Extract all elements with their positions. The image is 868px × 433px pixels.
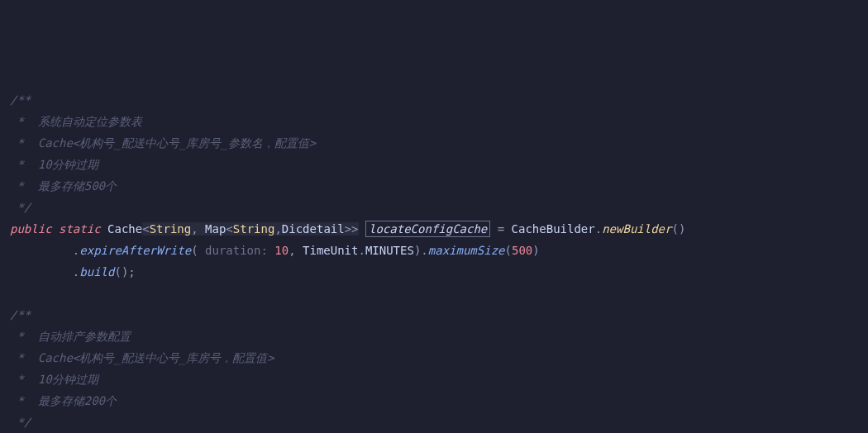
- type-dicdetail: Dicdetail: [282, 222, 345, 236]
- code-editor[interactable]: /** * 系统自动定位参数表 * Cache<机构号_配送中心号_库房号_参数…: [10, 89, 858, 433]
- comment-line: * Cache<机构号_配送中心号_库房号，配置值>: [10, 351, 274, 364]
- comment-line: * 自动排产参数配置: [10, 330, 131, 343]
- comment-line: /**: [10, 308, 31, 321]
- semicolon: ;: [128, 265, 135, 278]
- number-literal: 500: [512, 244, 532, 257]
- paren-close: ): [532, 244, 539, 257]
- angle-bracket: >: [345, 222, 351, 236]
- paren-open: (: [505, 244, 512, 257]
- method-expireafterwrite: expireAfterWrite: [79, 244, 191, 257]
- operator-equals: =: [490, 222, 511, 236]
- paren-open: (: [191, 244, 198, 257]
- type-map: Map: [205, 222, 226, 236]
- comment-line: * Cache<机构号_配送中心号_库房号_参数名，配置值>: [10, 136, 316, 150]
- comma: ,: [191, 222, 205, 236]
- type-string: String: [150, 222, 192, 236]
- comment-line: */: [10, 201, 31, 214]
- angle-bracket: >: [351, 222, 358, 236]
- parameter-hint: duration:: [198, 244, 275, 257]
- class-cachebuilder: CacheBuilder: [512, 222, 595, 236]
- method-newbuilder: newBuilder: [602, 222, 671, 236]
- constant-minutes: MINUTES: [365, 244, 414, 257]
- keyword-static: static: [59, 222, 101, 236]
- comment-line: * 10分钟过期: [10, 158, 98, 171]
- comma: ,: [274, 222, 281, 236]
- variable-locateconfigcache: locateConfigCache: [365, 221, 490, 237]
- indent: [10, 244, 73, 257]
- dot: .: [595, 222, 602, 236]
- indent: [10, 265, 73, 278]
- dot: .: [421, 244, 427, 257]
- comment-line: /**: [10, 93, 31, 107]
- angle-bracket: <: [142, 222, 149, 236]
- comment-line: * 最多存储500个: [10, 179, 117, 193]
- comment-line: * 10分钟过期: [10, 373, 98, 386]
- comment-line: */: [10, 416, 31, 429]
- class-timeunit: TimeUnit: [303, 244, 358, 257]
- type-cache: Cache: [107, 222, 142, 236]
- comment-line: * 系统自动定位参数表: [10, 115, 142, 128]
- parentheses: (): [114, 265, 128, 278]
- keyword-public: public: [10, 222, 52, 236]
- angle-bracket: <: [226, 222, 232, 236]
- comma: ,: [289, 244, 303, 257]
- method-maximumsize: maximumSize: [428, 244, 505, 257]
- comment-line: * 最多存储200个: [10, 394, 117, 407]
- dot: .: [358, 244, 365, 257]
- method-build: build: [79, 265, 114, 278]
- type-string: String: [233, 222, 275, 236]
- number-literal: 10: [274, 244, 289, 257]
- parentheses: (): [671, 222, 685, 236]
